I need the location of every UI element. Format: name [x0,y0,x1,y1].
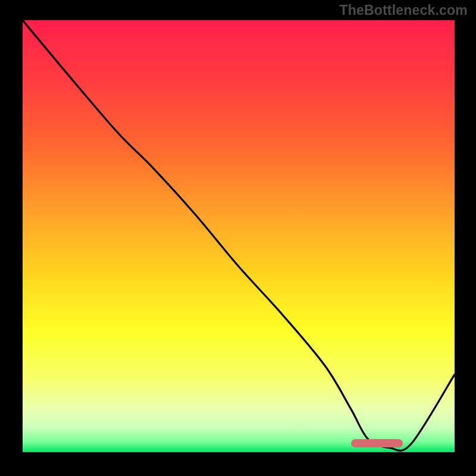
svg-rect-0 [23,20,455,452]
chart-frame: TheBottleneck.com [0,0,476,476]
optimal-range-marker [351,439,403,447]
background-heat-gradient [23,20,455,452]
watermark-text: TheBottleneck.com [339,2,468,18]
plot-area [23,20,455,452]
